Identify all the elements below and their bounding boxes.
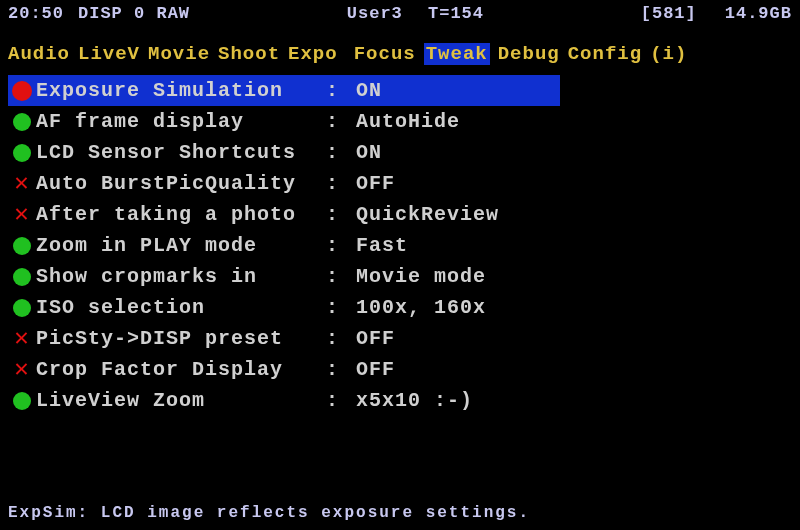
menu-item-separator: : — [326, 110, 356, 133]
menu-item-value: ON — [356, 141, 382, 164]
menu-item-label: Crop Factor Display — [36, 358, 326, 381]
status-left: 20:50 DISP 0 RAW — [8, 4, 190, 23]
menu-item-label: Zoom in PLAY mode — [36, 234, 326, 257]
dot-red-icon — [8, 81, 36, 101]
menu-item-value: x5x10 :-) — [356, 389, 473, 412]
menu-item[interactable]: ✕After taking a photo: QuickReview — [8, 199, 792, 230]
dot-green-icon — [8, 237, 36, 255]
menu-item-label: PicSty->DISP preset — [36, 327, 326, 350]
dot-green-icon — [8, 392, 36, 410]
tab-tweak[interactable]: Tweak — [424, 43, 490, 65]
menu-item-separator: : — [326, 79, 356, 102]
menu-item-value: ON — [356, 79, 382, 102]
menu-item-label: Show cropmarks in — [36, 265, 326, 288]
tab-movie[interactable]: Movie — [148, 43, 210, 65]
menu-item[interactable]: LCD Sensor Shortcuts: ON — [8, 137, 792, 168]
tab-shoot[interactable]: Shoot — [218, 43, 280, 65]
menu-item-label: Exposure Simulation — [36, 79, 326, 102]
tab-bar: Audio LiveV Movie Shoot Expo Focus Tweak… — [0, 27, 800, 73]
menu-item-value: Fast — [356, 234, 408, 257]
menu-item-separator: : — [326, 141, 356, 164]
menu-item-separator: : — [326, 358, 356, 381]
menu-item[interactable]: LiveView Zoom : x5x10 :-) — [8, 385, 792, 416]
menu-item-value: 100x, 160x — [356, 296, 486, 319]
menu-item-value: OFF — [356, 358, 395, 381]
menu-item-value: AutoHide — [356, 110, 460, 133]
menu-item[interactable]: AF frame display : AutoHide — [8, 106, 792, 137]
tab-debug[interactable]: Debug — [498, 43, 560, 65]
status-right: [581] 14.9GB — [641, 4, 792, 23]
menu-item-label: AF frame display — [36, 110, 326, 133]
menu-item-value: Movie mode — [356, 265, 486, 288]
menu-item-label: Auto BurstPicQuality — [36, 172, 326, 195]
status-bar: 20:50 DISP 0 RAW User3 T=154 [581] 14.9G… — [0, 0, 800, 27]
tab-config[interactable]: Config — [568, 43, 642, 65]
menu-item-separator: : — [326, 296, 356, 319]
menu-item-value: QuickReview — [356, 203, 499, 226]
menu-item-value: OFF — [356, 327, 395, 350]
dot-green-icon — [8, 268, 36, 286]
menu-item-label: After taking a photo — [36, 203, 326, 226]
menu-item[interactable]: ✕PicSty->DISP preset : OFF — [8, 323, 792, 354]
cross-red-icon: ✕ — [8, 203, 36, 227]
menu-list: Exposure Simulation : ONAF frame display… — [0, 73, 800, 418]
dot-green-icon — [8, 113, 36, 131]
tab-livev[interactable]: LiveV — [78, 43, 140, 65]
status-storage: 14.9GB — [725, 4, 792, 23]
menu-item[interactable]: Zoom in PLAY mode : Fast — [8, 230, 792, 261]
menu-item[interactable]: Exposure Simulation : ON — [8, 75, 560, 106]
menu-item-label: LiveView Zoom — [36, 389, 326, 412]
menu-item-separator: : — [326, 389, 356, 412]
cross-red-icon: ✕ — [8, 327, 36, 351]
status-disp: DISP 0 RAW — [78, 4, 190, 23]
menu-item-separator: : — [326, 172, 356, 195]
menu-item-separator: : — [326, 265, 356, 288]
menu-item-separator: : — [326, 327, 356, 350]
menu-item-separator: : — [326, 234, 356, 257]
menu-item-value: OFF — [356, 172, 395, 195]
status-shots: [581] — [641, 4, 697, 23]
menu-item[interactable]: ISO selection : 100x, 160x — [8, 292, 792, 323]
status-center: User3 T=154 — [347, 4, 484, 23]
tab-expo[interactable]: Expo — [288, 43, 338, 65]
tab-audio[interactable]: Audio — [8, 43, 70, 65]
menu-item[interactable]: Show cropmarks in : Movie mode — [8, 261, 792, 292]
menu-item[interactable]: ✕Auto BurstPicQuality: OFF — [8, 168, 792, 199]
tab-info[interactable]: (i) — [650, 43, 687, 65]
status-user: User3 — [347, 4, 403, 23]
help-text: ExpSim: LCD image reflects exposure sett… — [8, 504, 530, 522]
menu-item[interactable]: ✕Crop Factor Display : OFF — [8, 354, 792, 385]
menu-item-label: ISO selection — [36, 296, 326, 319]
dot-green-icon — [8, 144, 36, 162]
cross-red-icon: ✕ — [8, 172, 36, 196]
status-time: 20:50 — [8, 4, 64, 23]
tab-focus[interactable]: Focus — [354, 43, 416, 65]
cross-red-icon: ✕ — [8, 358, 36, 382]
menu-item-separator: : — [326, 203, 356, 226]
menu-item-label: LCD Sensor Shortcuts — [36, 141, 326, 164]
dot-green-icon — [8, 299, 36, 317]
status-temp: T=154 — [428, 4, 484, 23]
